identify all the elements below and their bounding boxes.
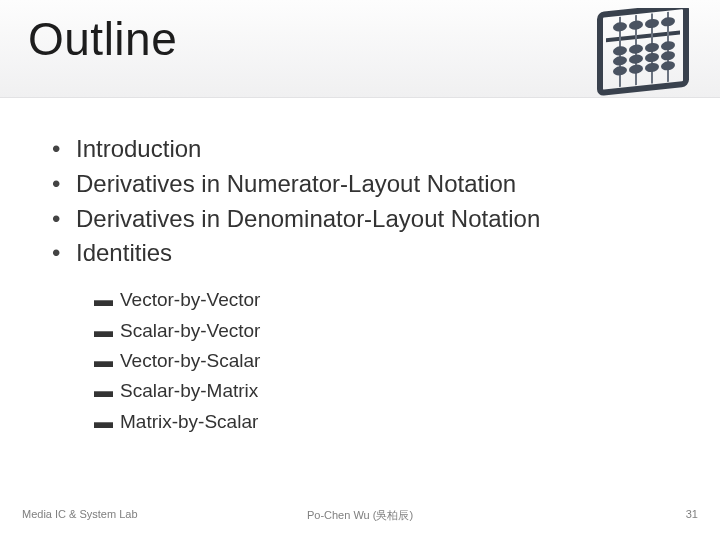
svg-point-7 bbox=[629, 20, 643, 30]
list-item: •Identities bbox=[52, 236, 680, 271]
dash-marker: ▬ bbox=[94, 316, 120, 346]
abacus-icon bbox=[590, 8, 700, 112]
dash-marker: ▬ bbox=[94, 346, 120, 376]
svg-point-6 bbox=[613, 22, 627, 32]
list-item: ▬Matrix-by-Scalar bbox=[94, 407, 680, 437]
bullet-marker: • bbox=[52, 202, 76, 237]
page-title: Outline bbox=[28, 12, 177, 66]
dash-marker: ▬ bbox=[94, 376, 120, 406]
list-item: ▬Vector-by-Scalar bbox=[94, 346, 680, 376]
footer-center: Po-Chen Wu (吳柏辰) bbox=[0, 508, 720, 523]
list-item-label: Derivatives in Numerator-Layout Notation bbox=[76, 170, 516, 197]
list-item-label: Identities bbox=[76, 239, 172, 266]
list-item: ▬Scalar-by-Vector bbox=[94, 316, 680, 346]
list-item-label: Scalar-by-Matrix bbox=[120, 380, 258, 401]
title-band: Outline bbox=[0, 0, 720, 98]
svg-point-14 bbox=[629, 54, 643, 64]
footer: Media IC & System Lab Po-Chen Wu (吳柏辰) 3… bbox=[0, 508, 720, 528]
svg-point-19 bbox=[661, 41, 675, 51]
dash-marker: ▬ bbox=[94, 285, 120, 315]
list-item-label: Derivatives in Denominator-Layout Notati… bbox=[76, 205, 540, 232]
svg-point-21 bbox=[661, 61, 675, 71]
list-item-label: Vector-by-Scalar bbox=[120, 350, 260, 371]
svg-point-20 bbox=[661, 51, 675, 61]
outline-list: •Introduction •Derivatives in Numerator-… bbox=[52, 132, 680, 271]
outline-sublist: ▬Vector-by-Vector ▬Scalar-by-Vector ▬Vec… bbox=[94, 285, 680, 437]
list-item: •Derivatives in Numerator-Layout Notatio… bbox=[52, 167, 680, 202]
svg-point-9 bbox=[661, 17, 675, 27]
list-item: ▬Vector-by-Vector bbox=[94, 285, 680, 315]
dash-marker: ▬ bbox=[94, 407, 120, 437]
bullet-marker: • bbox=[52, 167, 76, 202]
svg-point-18 bbox=[645, 62, 659, 72]
svg-point-12 bbox=[613, 66, 627, 76]
bullet-marker: • bbox=[52, 236, 76, 271]
list-item: •Introduction bbox=[52, 132, 680, 167]
content-area: •Introduction •Derivatives in Numerator-… bbox=[52, 132, 680, 437]
footer-page-number: 31 bbox=[686, 508, 698, 520]
svg-point-16 bbox=[645, 42, 659, 52]
list-item-label: Vector-by-Vector bbox=[120, 289, 260, 310]
svg-point-17 bbox=[645, 52, 659, 62]
slide: Outline bbox=[0, 0, 720, 540]
list-item: ▬Scalar-by-Matrix bbox=[94, 376, 680, 406]
list-item-label: Introduction bbox=[76, 135, 201, 162]
svg-point-11 bbox=[613, 56, 627, 66]
svg-point-15 bbox=[629, 64, 643, 74]
svg-point-10 bbox=[613, 46, 627, 56]
svg-point-8 bbox=[645, 18, 659, 28]
svg-point-13 bbox=[629, 44, 643, 54]
bullet-marker: • bbox=[52, 132, 76, 167]
list-item: •Derivatives in Denominator-Layout Notat… bbox=[52, 202, 680, 237]
list-item-label: Matrix-by-Scalar bbox=[120, 411, 258, 432]
list-item-label: Scalar-by-Vector bbox=[120, 320, 260, 341]
